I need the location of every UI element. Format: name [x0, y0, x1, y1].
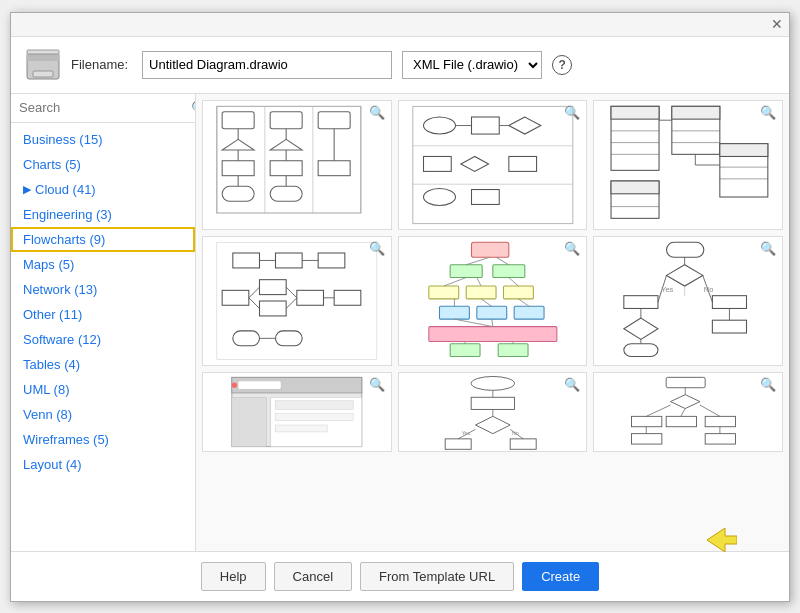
filetype-select[interactable]: XML File (.drawio) PNG (.png) SVG (.svg)	[402, 51, 542, 79]
svg-point-120	[232, 382, 237, 387]
svg-line-90	[496, 257, 509, 264]
svg-rect-129	[445, 438, 471, 448]
thumb-zoom-icon-7: 🔍	[369, 377, 385, 392]
svg-line-96	[518, 298, 529, 305]
svg-rect-6	[318, 111, 350, 128]
category-wireframes[interactable]: Wireframes (5)	[11, 427, 195, 452]
svg-line-89	[466, 257, 489, 264]
search-box: 🔍	[11, 94, 195, 123]
svg-line-64	[249, 287, 260, 298]
template-url-button[interactable]: From Template URL	[360, 562, 514, 591]
template-thumb-1[interactable]: 🔍	[202, 100, 392, 230]
category-network[interactable]: Network (13)	[11, 277, 195, 302]
svg-line-146	[681, 408, 685, 416]
svg-rect-87	[450, 343, 480, 356]
svg-line-67	[286, 297, 297, 308]
svg-rect-36	[471, 189, 499, 204]
svg-point-35	[423, 188, 455, 205]
svg-point-29	[423, 117, 455, 134]
category-tables[interactable]: Tables (4)	[11, 352, 195, 377]
svg-rect-124	[275, 413, 353, 420]
svg-rect-88	[498, 343, 528, 356]
category-software[interactable]: Software (12)	[11, 327, 195, 352]
template-thumb-2[interactable]: 🔍	[398, 100, 588, 230]
category-maps[interactable]: Maps (5)	[11, 252, 195, 277]
svg-rect-10	[270, 160, 302, 175]
svg-rect-49	[720, 143, 768, 156]
arrow-indicator	[707, 528, 737, 555]
svg-text:No: No	[704, 285, 714, 294]
svg-line-65	[249, 297, 260, 308]
template-thumb-6[interactable]: 🔍	[593, 236, 783, 366]
category-charts[interactable]: Charts (5)	[11, 152, 195, 177]
category-other[interactable]: Other (11)	[11, 302, 195, 327]
svg-rect-70	[275, 253, 302, 268]
svg-rect-45	[672, 106, 720, 119]
svg-marker-8	[270, 139, 302, 150]
template-thumb-4[interactable]: 🔍	[202, 236, 392, 366]
help-icon[interactable]: ?	[552, 55, 572, 75]
category-layout[interactable]: Layout (4)	[11, 452, 195, 477]
category-cloud[interactable]: ▶Cloud (41)	[11, 177, 195, 202]
svg-rect-30	[471, 117, 499, 134]
svg-marker-105	[624, 318, 658, 339]
template-thumb-7[interactable]: 🔍	[202, 372, 392, 452]
svg-rect-11	[318, 160, 350, 175]
filename-input[interactable]	[142, 51, 392, 79]
svg-rect-140	[666, 416, 696, 426]
category-engineering[interactable]: Engineering (3)	[11, 202, 195, 227]
svg-rect-62	[297, 290, 324, 305]
main-dialog: ✕ Filename: XML File (.drawio) PNG (.png…	[10, 12, 790, 602]
thumb-zoom-icon-9: 🔍	[760, 377, 776, 392]
svg-rect-139	[632, 416, 662, 426]
svg-rect-143	[705, 433, 735, 443]
svg-rect-79	[492, 264, 524, 277]
thumb-zoom-icon-4: 🔍	[369, 241, 385, 256]
svg-rect-83	[439, 306, 469, 319]
svg-line-92	[476, 277, 480, 286]
svg-rect-127	[471, 397, 514, 409]
svg-rect-123	[275, 400, 353, 409]
search-input[interactable]	[19, 100, 187, 115]
svg-marker-33	[460, 156, 488, 171]
close-button[interactable]: ✕	[771, 17, 783, 31]
svg-rect-5	[270, 111, 302, 128]
cancel-button[interactable]: Cancel	[274, 562, 352, 591]
svg-rect-137	[666, 377, 705, 387]
thumb-zoom-icon-2: 🔍	[564, 105, 580, 120]
svg-rect-107	[624, 343, 658, 356]
svg-rect-34	[508, 156, 536, 171]
svg-line-95	[481, 298, 492, 305]
svg-line-66	[286, 287, 297, 298]
disk-icon	[25, 47, 61, 83]
svg-marker-102	[667, 264, 703, 285]
svg-rect-17	[222, 186, 254, 201]
category-uml[interactable]: UML (8)	[11, 377, 195, 402]
template-thumb-3[interactable]: 🔍	[593, 100, 783, 230]
svg-text:Yes: Yes	[461, 430, 470, 436]
svg-point-126	[471, 376, 514, 390]
category-flowcharts[interactable]: Flowcharts (9)	[11, 227, 195, 252]
svg-rect-71	[318, 253, 345, 268]
svg-rect-4	[222, 111, 254, 128]
thumb-zoom-icon-5: 🔍	[564, 241, 580, 256]
template-thumb-5[interactable]: 🔍	[398, 236, 588, 366]
category-business[interactable]: Business (15)	[11, 127, 195, 152]
svg-marker-31	[508, 117, 540, 134]
filename-label: Filename:	[71, 57, 128, 72]
cloud-expand-icon: ▶	[23, 183, 31, 196]
svg-text:No: No	[512, 430, 519, 436]
svg-rect-104	[713, 295, 747, 308]
svg-rect-119	[238, 380, 281, 389]
svg-line-145	[647, 405, 671, 416]
svg-rect-60	[259, 279, 286, 294]
thumb-zoom-icon-1: 🔍	[369, 105, 385, 120]
template-thumb-8[interactable]: 🔍 Yes No	[398, 372, 588, 452]
help-button[interactable]: Help	[201, 562, 266, 591]
svg-rect-85	[514, 306, 544, 319]
svg-rect-141	[705, 416, 735, 426]
category-venn[interactable]: Venn (8)	[11, 402, 195, 427]
create-button[interactable]: Create	[522, 562, 599, 591]
sidebar: 🔍 Business (15) Charts (5) ▶Cloud (41) E…	[11, 94, 196, 551]
template-thumb-9[interactable]: 🔍	[593, 372, 783, 452]
